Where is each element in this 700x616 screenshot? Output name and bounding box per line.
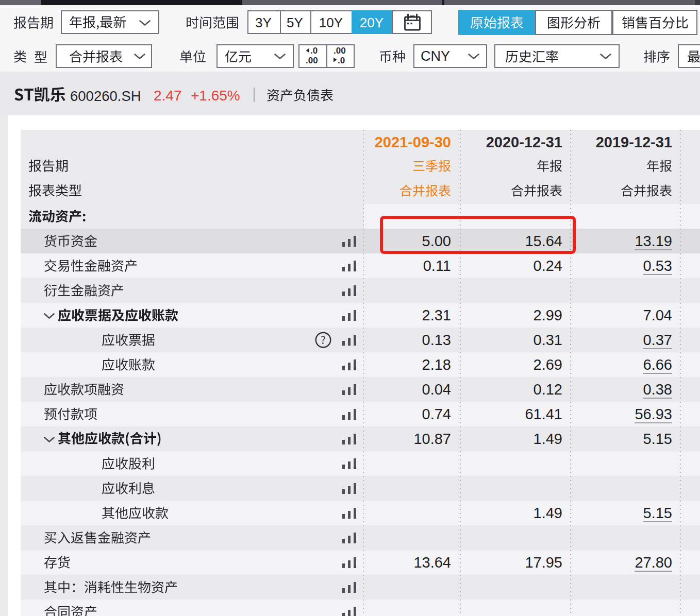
svg-text:.0: .0: [338, 56, 345, 65]
svg-text:.0: .0: [310, 46, 318, 56]
svg-text:.00: .00: [334, 46, 346, 56]
svg-text:.00: .00: [306, 56, 318, 65]
